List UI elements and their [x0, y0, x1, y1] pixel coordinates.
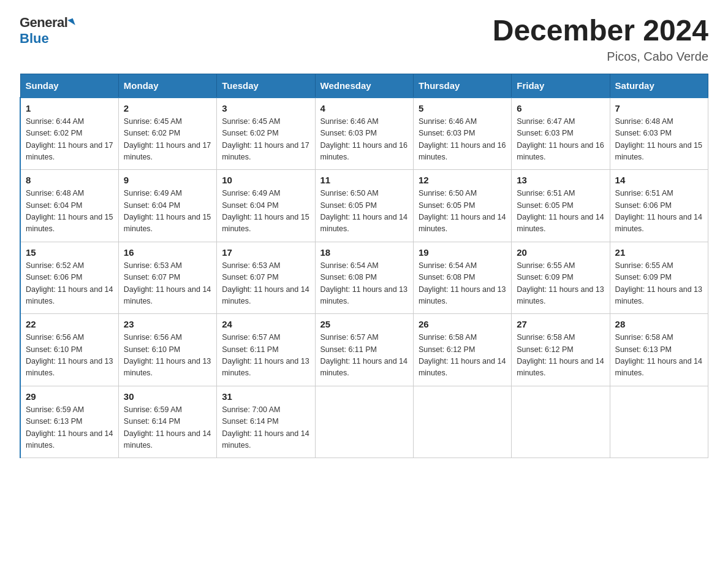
calendar-cell: 1 Sunrise: 6:44 AMSunset: 6:02 PMDayligh… [20, 98, 118, 170]
calendar-cell: 28 Sunrise: 6:58 AMSunset: 6:13 PMDaylig… [610, 314, 708, 386]
weekday-header-saturday: Saturday [610, 74, 708, 98]
day-info: Sunrise: 6:50 AMSunset: 6:05 PMDaylight:… [419, 189, 506, 233]
day-info: Sunrise: 6:51 AMSunset: 6:06 PMDaylight:… [615, 189, 702, 233]
day-number: 31 [222, 391, 309, 402]
day-info: Sunrise: 6:45 AMSunset: 6:02 PMDaylight:… [124, 117, 211, 161]
weekday-header-row: SundayMondayTuesdayWednesdayThursdayFrid… [20, 74, 708, 98]
weekday-header-thursday: Thursday [413, 74, 511, 98]
day-info: Sunrise: 6:54 AMSunset: 6:08 PMDaylight:… [419, 261, 506, 305]
calendar-cell: 2 Sunrise: 6:45 AMSunset: 6:02 PMDayligh… [118, 98, 216, 170]
day-number: 29 [26, 391, 113, 402]
day-info: Sunrise: 6:54 AMSunset: 6:08 PMDaylight:… [320, 261, 408, 305]
day-number: 28 [615, 319, 703, 329]
page-header: General Blue December 2024 Picos, Cabo V… [20, 15, 708, 64]
day-number: 30 [124, 391, 211, 402]
day-number: 5 [419, 103, 506, 113]
calendar-cell: 4 Sunrise: 6:46 AMSunset: 6:03 PMDayligh… [315, 98, 413, 170]
day-info: Sunrise: 6:48 AMSunset: 6:03 PMDaylight:… [615, 117, 702, 161]
calendar-cell: 21 Sunrise: 6:55 AMSunset: 6:09 PMDaylig… [610, 242, 708, 314]
day-info: Sunrise: 6:56 AMSunset: 6:10 PMDaylight:… [124, 333, 211, 377]
calendar-cell: 17 Sunrise: 6:53 AMSunset: 6:07 PMDaylig… [217, 242, 315, 314]
calendar-cell [413, 386, 511, 458]
logo-arrow-icon [68, 18, 76, 27]
calendar-cell: 25 Sunrise: 6:57 AMSunset: 6:11 PMDaylig… [315, 314, 413, 386]
weekday-header-friday: Friday [512, 74, 610, 98]
calendar-header: SundayMondayTuesdayWednesdayThursdayFrid… [20, 74, 708, 98]
weekday-header-wednesday: Wednesday [315, 74, 413, 98]
logo: General Blue [20, 15, 74, 47]
day-info: Sunrise: 6:48 AMSunset: 6:04 PMDaylight:… [26, 189, 113, 233]
day-info: Sunrise: 6:49 AMSunset: 6:04 PMDaylight:… [222, 189, 309, 233]
calendar-cell: 10 Sunrise: 6:49 AMSunset: 6:04 PMDaylig… [217, 170, 315, 242]
weekday-header-monday: Monday [118, 74, 216, 98]
title-block: December 2024 Picos, Cabo Verde [493, 15, 708, 64]
calendar-title: December 2024 [493, 15, 708, 47]
day-info: Sunrise: 7:00 AMSunset: 6:14 PMDaylight:… [222, 405, 309, 450]
week-row-3: 15 Sunrise: 6:52 AMSunset: 6:06 PMDaylig… [20, 242, 708, 314]
logo-general-text: General [20, 15, 67, 31]
calendar-cell: 31 Sunrise: 7:00 AMSunset: 6:14 PMDaylig… [217, 386, 315, 458]
day-number: 9 [124, 175, 211, 185]
day-info: Sunrise: 6:53 AMSunset: 6:07 PMDaylight:… [222, 261, 309, 305]
calendar-cell: 16 Sunrise: 6:53 AMSunset: 6:07 PMDaylig… [118, 242, 216, 314]
calendar-cell: 24 Sunrise: 6:57 AMSunset: 6:11 PMDaylig… [217, 314, 315, 386]
day-info: Sunrise: 6:51 AMSunset: 6:05 PMDaylight:… [517, 189, 604, 233]
calendar-cell: 20 Sunrise: 6:55 AMSunset: 6:09 PMDaylig… [512, 242, 610, 314]
calendar-cell: 22 Sunrise: 6:56 AMSunset: 6:10 PMDaylig… [20, 314, 118, 386]
day-info: Sunrise: 6:46 AMSunset: 6:03 PMDaylight:… [419, 117, 506, 161]
calendar-cell: 23 Sunrise: 6:56 AMSunset: 6:10 PMDaylig… [118, 314, 216, 386]
calendar-cell: 30 Sunrise: 6:59 AMSunset: 6:14 PMDaylig… [118, 386, 216, 458]
calendar-cell [512, 386, 610, 458]
day-info: Sunrise: 6:57 AMSunset: 6:11 PMDaylight:… [320, 333, 408, 377]
calendar-cell [610, 386, 708, 458]
week-row-1: 1 Sunrise: 6:44 AMSunset: 6:02 PMDayligh… [20, 98, 708, 170]
calendar-cell: 19 Sunrise: 6:54 AMSunset: 6:08 PMDaylig… [413, 242, 511, 314]
day-number: 10 [222, 175, 309, 185]
day-number: 27 [517, 319, 604, 329]
day-info: Sunrise: 6:52 AMSunset: 6:06 PMDaylight:… [26, 261, 113, 305]
day-info: Sunrise: 6:44 AMSunset: 6:02 PMDaylight:… [26, 117, 113, 161]
week-row-4: 22 Sunrise: 6:56 AMSunset: 6:10 PMDaylig… [20, 314, 708, 386]
day-number: 22 [26, 319, 113, 329]
calendar-body: 1 Sunrise: 6:44 AMSunset: 6:02 PMDayligh… [20, 98, 708, 458]
day-number: 25 [320, 319, 408, 329]
day-number: 8 [26, 175, 113, 185]
day-number: 19 [419, 247, 506, 258]
calendar-cell: 14 Sunrise: 6:51 AMSunset: 6:06 PMDaylig… [610, 170, 708, 242]
day-info: Sunrise: 6:58 AMSunset: 6:12 PMDaylight:… [419, 333, 506, 377]
day-number: 11 [320, 175, 408, 185]
day-info: Sunrise: 6:45 AMSunset: 6:02 PMDaylight:… [222, 117, 309, 161]
calendar-cell: 9 Sunrise: 6:49 AMSunset: 6:04 PMDayligh… [118, 170, 216, 242]
day-info: Sunrise: 6:47 AMSunset: 6:03 PMDaylight:… [517, 117, 604, 161]
day-info: Sunrise: 6:58 AMSunset: 6:13 PMDaylight:… [615, 333, 702, 377]
day-number: 15 [26, 247, 113, 258]
calendar-cell: 12 Sunrise: 6:50 AMSunset: 6:05 PMDaylig… [413, 170, 511, 242]
day-number: 7 [615, 103, 703, 113]
calendar-cell: 29 Sunrise: 6:59 AMSunset: 6:13 PMDaylig… [20, 386, 118, 458]
calendar-cell: 26 Sunrise: 6:58 AMSunset: 6:12 PMDaylig… [413, 314, 511, 386]
day-info: Sunrise: 6:53 AMSunset: 6:07 PMDaylight:… [124, 261, 211, 305]
day-number: 21 [615, 247, 703, 258]
day-number: 3 [222, 103, 309, 113]
day-info: Sunrise: 6:46 AMSunset: 6:03 PMDaylight:… [320, 117, 408, 161]
day-number: 1 [26, 103, 113, 113]
calendar-subtitle: Picos, Cabo Verde [493, 50, 708, 64]
calendar-cell: 15 Sunrise: 6:52 AMSunset: 6:06 PMDaylig… [20, 242, 118, 314]
week-row-5: 29 Sunrise: 6:59 AMSunset: 6:13 PMDaylig… [20, 386, 708, 458]
week-row-2: 8 Sunrise: 6:48 AMSunset: 6:04 PMDayligh… [20, 170, 708, 242]
day-number: 2 [124, 103, 211, 113]
day-info: Sunrise: 6:55 AMSunset: 6:09 PMDaylight:… [615, 261, 702, 305]
day-number: 4 [320, 103, 408, 113]
calendar-cell [315, 386, 413, 458]
day-info: Sunrise: 6:58 AMSunset: 6:12 PMDaylight:… [517, 333, 604, 377]
calendar-cell: 7 Sunrise: 6:48 AMSunset: 6:03 PMDayligh… [610, 98, 708, 170]
day-number: 14 [615, 175, 703, 185]
day-number: 16 [124, 247, 211, 258]
day-number: 12 [419, 175, 506, 185]
day-info: Sunrise: 6:59 AMSunset: 6:13 PMDaylight:… [26, 405, 113, 450]
day-number: 17 [222, 247, 309, 258]
calendar-cell: 3 Sunrise: 6:45 AMSunset: 6:02 PMDayligh… [217, 98, 315, 170]
calendar-cell: 27 Sunrise: 6:58 AMSunset: 6:12 PMDaylig… [512, 314, 610, 386]
day-number: 26 [419, 319, 506, 329]
day-number: 23 [124, 319, 211, 329]
